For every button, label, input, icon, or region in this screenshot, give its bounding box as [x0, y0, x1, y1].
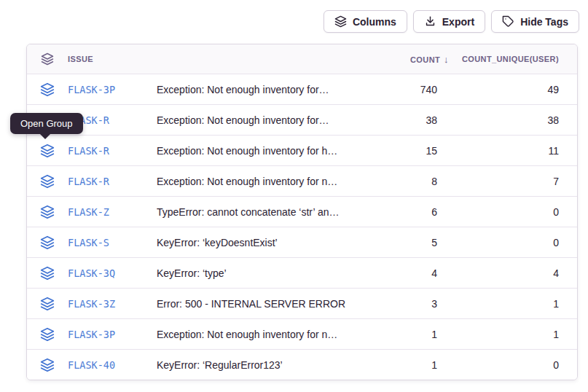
table-row: FLASK-R Exception: Not enough inventory …	[27, 165, 577, 196]
count-value: 6	[371, 206, 455, 218]
table-row: FLASK-40 KeyError: ‘RegularError123’ 1 0	[27, 349, 577, 380]
layers-icon	[40, 297, 55, 311]
issue-message: KeyError: ‘type’	[157, 267, 371, 279]
issue-column-icon	[27, 52, 68, 66]
table-row: FLASK-S KeyError: ‘keyDoesntExist’ 5 0	[27, 227, 577, 257]
table-row: FLASK-3P Exception: Not enough inventory…	[27, 74, 577, 104]
issue-message: Error: 500 - INTERNAL SERVER ERROR	[157, 298, 371, 310]
count-value: 8	[371, 176, 455, 187]
tag-icon	[502, 15, 514, 28]
open-group-button[interactable]	[40, 174, 55, 189]
open-group-button[interactable]	[40, 235, 55, 250]
issue-link[interactable]: FLASK-3P	[68, 329, 115, 340]
count-unique-value: 49	[455, 84, 577, 95]
open-group-button[interactable]	[40, 266, 55, 281]
table-row: FLASK-3P Exception: Not enough inventory…	[27, 318, 577, 349]
issue-message: Exception: Not enough inventory for n…	[157, 329, 371, 340]
count-unique-value: 38	[455, 114, 577, 126]
issue-link[interactable]: FLASK-3Q	[68, 267, 115, 279]
open-group-tooltip: Open Group	[10, 113, 83, 134]
layers-icon	[40, 358, 55, 372]
count-value: 15	[371, 145, 455, 157]
count-unique-value: 4	[455, 267, 577, 279]
table-row: FLASK-3Q KeyError: ‘type’ 4 4	[27, 257, 577, 288]
count-value: 38	[371, 114, 455, 126]
layers-icon	[40, 235, 55, 250]
sort-descending-icon: ↓	[444, 54, 449, 65]
open-group-button[interactable]	[40, 144, 55, 158]
count-unique-value: 0	[455, 206, 577, 218]
issue-message: KeyError: ‘keyDoesntExist’	[157, 237, 371, 248]
table-body: FLASK-3P Exception: Not enough inventory…	[27, 74, 577, 380]
hide-tags-button[interactable]: Hide Tags	[491, 10, 579, 33]
count-value: 1	[371, 359, 455, 371]
hide-tags-button-label: Hide Tags	[520, 16, 568, 28]
count-unique-value: 0	[455, 359, 577, 371]
export-button[interactable]: Export	[413, 10, 485, 33]
table-row: FLASK-3Z Error: 500 - INTERNAL SERVER ER…	[27, 288, 577, 318]
export-button-label: Export	[442, 16, 474, 28]
download-icon	[424, 15, 436, 28]
open-group-button[interactable]	[40, 205, 55, 219]
open-group-button[interactable]	[40, 327, 55, 342]
issue-message: KeyError: ‘RegularError123’	[157, 359, 371, 371]
count-unique-value: 0	[455, 237, 577, 248]
layers-icon	[40, 144, 55, 158]
issue-link[interactable]: FLASK-R	[68, 176, 109, 187]
column-header-count[interactable]: COUNT↓	[371, 54, 455, 65]
issue-message: Exception: Not enough inventory for n…	[157, 176, 371, 187]
issue-link[interactable]: FLASK-Z	[68, 206, 109, 218]
open-group-button[interactable]	[40, 82, 55, 97]
layers-icon	[40, 205, 55, 219]
count-unique-value: 1	[455, 329, 577, 340]
count-unique-value: 7	[455, 176, 577, 187]
open-group-button[interactable]	[40, 358, 55, 372]
issue-link[interactable]: FLASK-3P	[68, 84, 115, 95]
count-value: 5	[371, 237, 455, 248]
issue-link[interactable]: FLASK-3Z	[68, 298, 115, 310]
count-value: 1	[371, 329, 455, 340]
count-unique-value: 11	[455, 145, 577, 157]
issue-link[interactable]: FLASK-S	[68, 237, 109, 248]
layers-icon	[41, 52, 54, 66]
issue-message: Exception: Not enough inventory for…	[157, 114, 371, 126]
table-row: FLASK-R Exception: Not enough inventory …	[27, 135, 577, 165]
open-group-button[interactable]	[40, 297, 55, 311]
layers-icon	[334, 15, 347, 28]
layers-icon	[40, 174, 55, 189]
layers-icon	[40, 327, 55, 342]
issue-message: Exception: Not enough inventory for h…	[157, 145, 371, 157]
column-header-count-unique[interactable]: COUNT_UNIQUE(USER)	[455, 55, 577, 63]
results-table: ISSUE COUNT↓ COUNT_UNIQUE(USER) FLASK-3P…	[26, 44, 578, 380]
table-row: FLASK-Z TypeError: cannot concatenate ‘s…	[27, 196, 577, 227]
issue-message: Exception: Not enough inventory for…	[157, 84, 371, 95]
count-value: 740	[371, 84, 455, 95]
table-header-row: ISSUE COUNT↓ COUNT_UNIQUE(USER)	[27, 44, 577, 74]
columns-button[interactable]: Columns	[324, 10, 407, 33]
layers-icon	[40, 82, 55, 97]
count-unique-value: 1	[455, 298, 577, 310]
toolbar: Columns Export Hide Tags	[324, 10, 579, 33]
columns-button-label: Columns	[353, 16, 396, 28]
issue-link[interactable]: FLASK-R	[68, 145, 109, 157]
count-value: 3	[371, 298, 455, 310]
column-header-issue[interactable]: ISSUE	[68, 55, 157, 63]
layers-icon	[40, 266, 55, 281]
count-value: 4	[371, 267, 455, 279]
issue-link[interactable]: FLASK-40	[68, 359, 115, 371]
issue-message: TypeError: cannot concatenate ‘str’ an…	[157, 206, 371, 218]
table-row: FLASK-R Exception: Not enough inventory …	[27, 104, 577, 135]
